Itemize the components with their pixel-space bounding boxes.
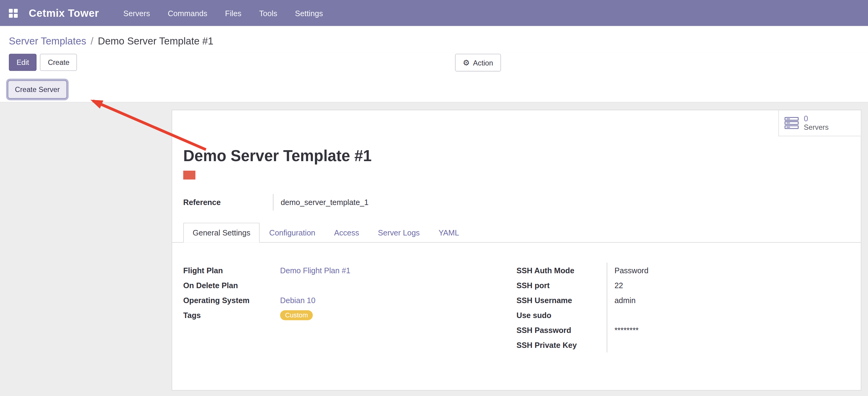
ssh-auth-mode-label: SSH Auth Mode bbox=[517, 262, 607, 278]
ssh-password-value: ******** bbox=[615, 322, 850, 338]
servers-stat-button[interactable]: 0 Servers bbox=[778, 110, 861, 136]
create-server-row: Create Server bbox=[0, 78, 868, 103]
left-field-group: Flight Plan Demo Flight Plan #1 On Delet… bbox=[183, 262, 517, 352]
menu-settings[interactable]: Settings bbox=[295, 8, 323, 17]
breadcrumb-current: Demo Server Template #1 bbox=[98, 35, 213, 47]
on-delete-plan-label: On Delete Plan bbox=[183, 281, 280, 289]
apps-grid-icon[interactable] bbox=[9, 8, 18, 17]
right-field-labels: SSH Auth Mode SSH port SSH Username Use … bbox=[517, 262, 607, 352]
reference-field: Reference demo_server_template_1 bbox=[183, 194, 861, 211]
tab-general-settings[interactable]: General Settings bbox=[183, 223, 260, 243]
color-swatch bbox=[183, 171, 195, 179]
brand-title: Cetmix Tower bbox=[29, 7, 99, 19]
stat-text: 0 Servers bbox=[804, 115, 829, 132]
action-menu-button[interactable]: ⚙ Action bbox=[455, 54, 501, 71]
ssh-private-key-label: SSH Private Key bbox=[517, 338, 607, 352]
content-area: 0 Servers Demo Server Template #1 Refere… bbox=[0, 102, 868, 396]
form-toolbar: Edit Create ⚙ Action bbox=[0, 53, 868, 78]
right-field-values: Password 22 admin ******** bbox=[607, 262, 849, 352]
tag-badge-custom: Custom bbox=[280, 310, 313, 320]
create-button[interactable]: Create bbox=[40, 54, 77, 71]
top-menu: Servers Commands Files Tools Settings bbox=[123, 8, 323, 17]
field-operating-system: Operating System Debian 10 bbox=[183, 292, 517, 307]
tab-yaml[interactable]: YAML bbox=[429, 223, 468, 243]
tab-configuration[interactable]: Configuration bbox=[260, 223, 325, 243]
action-menu-label: Action bbox=[473, 59, 493, 66]
operating-system-label: Operating System bbox=[183, 295, 280, 304]
server-stack-icon bbox=[784, 117, 799, 129]
record-title: Demo Server Template #1 bbox=[183, 147, 861, 165]
servers-label: Servers bbox=[804, 123, 829, 132]
use-sudo-label: Use sudo bbox=[517, 307, 607, 322]
ssh-port-value: 22 bbox=[615, 278, 850, 292]
stat-button-strip: 0 Servers bbox=[172, 110, 861, 136]
ssh-username-value: admin bbox=[615, 292, 850, 307]
field-flight-plan: Flight Plan Demo Flight Plan #1 bbox=[183, 262, 517, 278]
page: Cetmix Tower Servers Commands Files Tool… bbox=[0, 0, 868, 396]
tags-label: Tags bbox=[183, 310, 280, 319]
form-sheet: 0 Servers Demo Server Template #1 Refere… bbox=[172, 110, 861, 391]
reference-value: demo_server_template_1 bbox=[273, 194, 369, 211]
reference-label: Reference bbox=[183, 194, 273, 211]
operating-system-value-link[interactable]: Debian 10 bbox=[280, 295, 315, 304]
field-groups: Flight Plan Demo Flight Plan #1 On Delet… bbox=[172, 243, 861, 352]
notebook-tabs: General Settings Configuration Access Se… bbox=[172, 223, 861, 243]
ssh-password-label: SSH Password bbox=[517, 322, 607, 338]
ssh-username-label: SSH Username bbox=[517, 292, 607, 307]
menu-files[interactable]: Files bbox=[225, 8, 242, 17]
breadcrumb: Server Templates / Demo Server Template … bbox=[0, 26, 868, 52]
tab-access[interactable]: Access bbox=[325, 223, 369, 243]
create-server-button[interactable]: Create Server bbox=[8, 80, 67, 99]
ssh-private-key-value bbox=[615, 338, 850, 352]
use-sudo-value bbox=[615, 307, 850, 322]
menu-servers[interactable]: Servers bbox=[123, 8, 150, 17]
menu-commands[interactable]: Commands bbox=[168, 8, 207, 17]
flight-plan-value-link[interactable]: Demo Flight Plan #1 bbox=[280, 265, 350, 275]
ssh-port-label: SSH port bbox=[517, 278, 607, 292]
field-on-delete-plan: On Delete Plan bbox=[183, 278, 517, 292]
ssh-auth-mode-value: Password bbox=[615, 262, 850, 278]
right-field-group: SSH Auth Mode SSH port SSH Username Use … bbox=[517, 262, 850, 352]
servers-count: 0 bbox=[804, 115, 829, 123]
gear-icon: ⚙ bbox=[463, 59, 470, 66]
tab-server-logs[interactable]: Server Logs bbox=[369, 223, 429, 243]
breadcrumb-parent-link[interactable]: Server Templates bbox=[9, 35, 86, 47]
edit-button[interactable]: Edit bbox=[9, 54, 37, 71]
field-tags: Tags Custom bbox=[183, 307, 517, 322]
breadcrumb-separator: / bbox=[91, 35, 93, 47]
flight-plan-label: Flight Plan bbox=[183, 265, 280, 275]
top-navbar: Cetmix Tower Servers Commands Files Tool… bbox=[0, 0, 868, 26]
menu-tools[interactable]: Tools bbox=[259, 8, 277, 17]
